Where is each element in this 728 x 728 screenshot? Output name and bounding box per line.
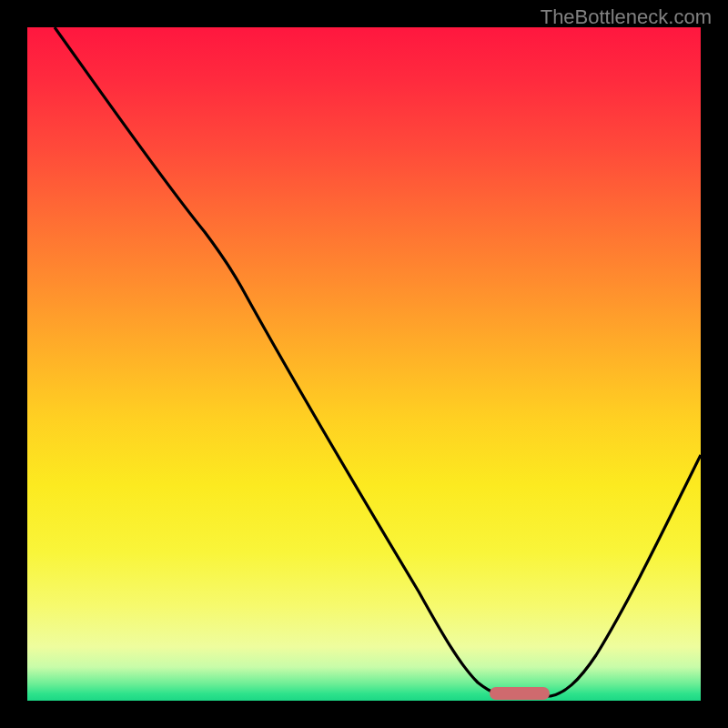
chart-svg <box>27 27 701 701</box>
curve-line <box>55 27 701 696</box>
chart-plot-area <box>27 27 701 701</box>
watermark-text: TheBottleneck.com <box>541 5 712 29</box>
optimum-marker <box>490 687 550 700</box>
